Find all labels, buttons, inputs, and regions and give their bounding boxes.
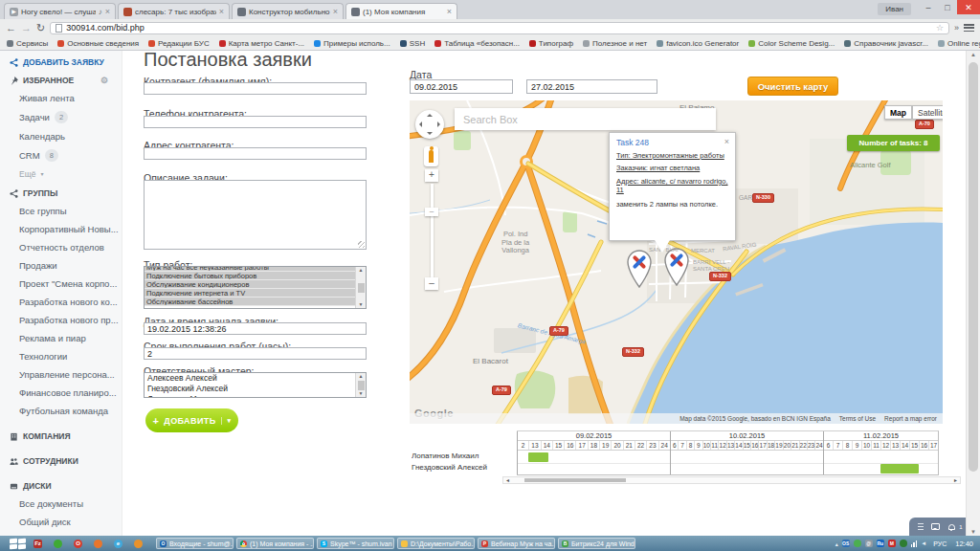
quick-launch-icon[interactable] [94,540,102,548]
clear-map-button[interactable]: Очистить карту [747,77,838,96]
zoom-slider-track[interactable] [431,184,434,277]
sidebar-section-people[interactable]: СОТРУДНИКИ [0,452,122,470]
sidebar-item[interactable]: Продажи [0,256,122,275]
info-window-close-icon[interactable]: × [724,137,729,146]
date-to-input[interactable] [526,79,657,94]
tab-close-icon[interactable]: × [333,7,338,16]
scroll-down-icon[interactable]: ▼ [967,529,980,535]
sidebar-item[interactable]: Разработка нового ко... [0,293,122,311]
tray-expand-icon[interactable]: ▴ [835,540,838,547]
scroll-left-icon[interactable]: ◄ [505,477,510,483]
gear-icon[interactable]: ⚙ [100,76,108,85]
master-listbox[interactable]: Алексеев АлексейГнездовский АлексейЛопат… [144,372,367,398]
sidebar-item[interactable]: Футбольная команда [0,402,122,420]
bookmark-item[interactable]: Типограф [529,39,573,48]
sidebar-item[interactable]: Корпоративный Новы... [0,220,122,238]
sidebar-section-pin[interactable]: ИЗБРАННОЕ⚙ [0,71,122,89]
taskbar-app-button[interactable]: D:\Документы\Рабо... [397,538,475,549]
map-type-satellite-button[interactable]: Satellite [912,105,943,120]
sidebar-item[interactable]: Календарь [0,127,122,145]
report-error-link[interactable]: Report a map error [884,415,937,422]
map-pan-control[interactable] [415,110,444,139]
bookmark-item[interactable]: SSH [400,39,425,48]
messenger-widget[interactable]: 1 [909,518,970,536]
tray-icon-2[interactable] [854,540,861,547]
address-input[interactable] [144,147,367,160]
street-view-pegman[interactable] [424,146,438,166]
sidebar-add-request-link[interactable]: ДОБАВИТЬ ЗАЯВКУ [0,54,122,71]
taskbar-app-button[interactable]: OВходящие - shum@... [156,538,234,549]
bookmark-item[interactable]: Карта метро Санкт-... [219,39,304,48]
bookmark-item[interactable]: favicon.ico Generator [657,39,739,48]
pan-left-icon[interactable] [419,121,422,127]
browser-tab[interactable]: (1) Моя компания× [345,3,457,19]
worktype-multiselect[interactable]: Муж на час все неуказанные работыПодключ… [144,266,367,309]
worktype-option[interactable]: Подключение интернета и TV [145,289,355,298]
notifications-bell-icon[interactable] [948,524,955,530]
scroll-up-icon[interactable]: ▲ [359,268,364,273]
window-close-button[interactable]: ✕ [957,0,980,14]
bookmark-item[interactable]: Color Scheme Desig... [748,39,835,48]
taskbar-app-button[interactable]: BБитрикс24 для Wind... [558,538,635,549]
bookmark-item[interactable]: Примеры исполь... [314,39,390,48]
sidebar-item[interactable]: Проект "Смена корпо... [0,275,122,293]
bookmark-item[interactable]: Основные сведения [57,39,139,48]
sidebar-section-share[interactable]: ГРУППЫ [0,184,122,202]
sidebar-item[interactable]: Все документы [0,495,122,513]
info-window-task-link[interactable]: Task 248 [616,138,728,147]
bookmark-star-icon[interactable]: ☆ [936,23,944,33]
bookmark-item[interactable]: Сервисы [7,39,48,48]
terms-of-use-link[interactable]: Terms of Use [839,415,876,422]
scroll-right-icon[interactable]: ► [953,477,958,483]
tray-icon-5[interactable]: M [888,540,896,547]
window-minimize-button[interactable]: – [919,0,938,14]
page-scrollbar[interactable]: ▲ ▼ [966,51,980,536]
sidebar-section-disk[interactable]: ДИСКИ [0,476,122,495]
master-option[interactable]: Алексеев Алексей [145,373,355,384]
start-button[interactable] [10,539,26,549]
address-bar[interactable]: 300914.com/bid.php ☆ [50,22,949,34]
quick-launch-icon[interactable] [54,540,62,548]
sidebar-item[interactable]: Технологии [0,347,122,365]
worktype-option[interactable]: Подключение бытовых приборов [145,272,355,280]
chat-icon[interactable] [931,523,940,530]
worktype-option[interactable]: Обслуживание бассейнов [145,298,355,306]
zoom-in-button[interactable]: + [425,169,438,182]
pan-up-icon[interactable] [427,114,433,117]
sidebar-section-building[interactable]: КОМПАНИЯ [0,427,122,445]
bookmark-item[interactable]: Справочник javascr... [844,39,928,48]
clock[interactable]: 12:40 [955,540,973,548]
taskbar-app-button[interactable]: PВебинар Муж на ча... [478,538,555,549]
sidebar-item[interactable]: Управление персона... [0,365,122,384]
zoom-slider-handle[interactable]: – [425,208,438,216]
quick-launch-icon[interactable]: e [114,540,122,548]
quick-launch-icon[interactable]: Fz [33,540,42,548]
pan-down-icon[interactable] [427,132,433,135]
pan-right-icon[interactable] [437,121,440,127]
worktype-scrollbar[interactable]: ▲ ▼ [355,267,366,308]
taskbar-app-button[interactable]: SSkype™ - shum.ivan [317,538,394,549]
sidebar-item[interactable]: Отчетность отделов [0,238,122,256]
network-icon[interactable] [911,540,918,547]
browser-tab[interactable]: Конструктор мобильно× [232,3,344,19]
browser-tab[interactable]: слесарь: 7 тыс изображ× [118,3,230,19]
sidebar-item[interactable]: Разработка нового пр... [0,311,122,329]
contractor-input[interactable] [144,82,367,95]
sidebar-item[interactable]: Живая лента [0,89,122,107]
quick-launch-icon[interactable] [134,540,143,548]
bookmark-item[interactable]: Полезное и нет [583,39,647,48]
browser-tab[interactable]: ▶Ногу свело! — слуша♪× [4,3,116,19]
browser-menu-icon[interactable] [964,24,974,32]
bookmark-item[interactable]: Таблица «безопасн... [434,39,520,48]
submit-add-button[interactable]: + ДОБАВИТЬ ▾ [145,408,238,432]
sidebar-item[interactable]: CRM8 [0,145,122,165]
tray-icon-4[interactable]: Ru [877,540,884,547]
tab-close-icon[interactable]: × [219,7,224,16]
master-scrollbar[interactable]: ▲ ▼ [355,373,366,397]
browser-profile[interactable]: Иван [878,3,911,15]
master-option[interactable]: Лопатинов Михаил [145,394,355,397]
taskbar-app-button[interactable]: (1) Моя компания - ... [236,538,314,549]
scroll-down-icon[interactable]: ▼ [359,391,364,396]
speaker-icon[interactable]: ◄ [921,540,926,546]
description-textarea[interactable] [144,180,367,250]
